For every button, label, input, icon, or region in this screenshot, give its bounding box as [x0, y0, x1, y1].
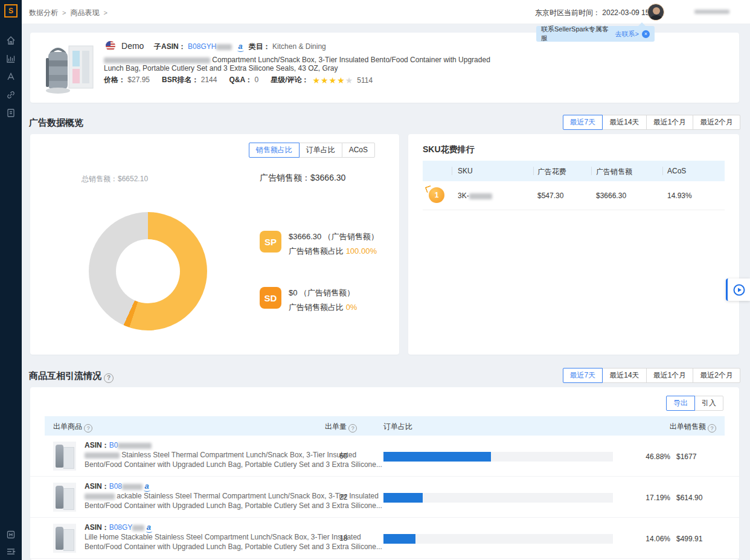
- notice-text: 联系SellerSpark专属客服: [541, 25, 612, 43]
- ref-filter-1m[interactable]: 最近1个月: [646, 368, 694, 383]
- topbar: 数据分析>商品表现> 东京时区当前时间： 2022-03-09 15:55: [22, 0, 750, 24]
- category-value: Kitchen & Dining: [272, 42, 326, 51]
- referral-row[interactable]: ASIN：B08GY a Lille Home Stackable Stainl…: [30, 518, 739, 559]
- referral-table-header: 出单商品 ? 出单量 ? 订单占比 出单销售额 ?: [45, 416, 725, 436]
- col-orders: 出单量 ?: [325, 422, 357, 433]
- star-icon: ★: [312, 76, 321, 85]
- sp-badge: SP: [260, 231, 281, 253]
- row-asin[interactable]: B0: [109, 441, 118, 449]
- filter-14d[interactable]: 最近14天: [602, 115, 646, 130]
- sd-badge: SD: [260, 287, 281, 309]
- ref-filter-14d[interactable]: 最近14天: [602, 368, 646, 383]
- row-orders: 60: [339, 452, 370, 460]
- help-icon[interactable]: ?: [104, 373, 114, 383]
- product-stats: 价格： $27.95 BSR排名： 2144 Q&A： 0 星级/评论： ★★★…: [104, 75, 373, 85]
- analytics-chart-icon[interactable]: [5, 53, 16, 64]
- home-icon[interactable]: [5, 35, 16, 46]
- asin-label: 子ASIN：: [154, 42, 186, 51]
- export-button[interactable]: 导出: [666, 396, 695, 411]
- support-notice: 联系SellerSpark专属客服 去联系> ×: [536, 26, 655, 42]
- row-share-pct: 14.06%: [625, 535, 670, 543]
- help-icon[interactable]: ?: [348, 424, 357, 433]
- sp-value: $3666.30: [289, 232, 321, 241]
- star-icon: ★: [329, 76, 338, 85]
- amazon-icon: a: [144, 482, 149, 492]
- collapse-menu-icon[interactable]: [5, 546, 16, 557]
- tab-acos[interactable]: ACoS: [342, 143, 375, 158]
- referral-row[interactable]: ASIN：B08 a ackable Stainless Steel Therm…: [30, 477, 739, 518]
- filter-1m[interactable]: 最近1个月: [646, 115, 694, 130]
- filter-2m[interactable]: 最近2个月: [693, 115, 740, 130]
- product-thumbnail: [53, 524, 76, 553]
- product-meta-line: Demo 子ASIN： B08GYH a 类目： Kitchen & Dinin…: [106, 41, 326, 52]
- link-icon[interactable]: [5, 89, 16, 100]
- row-desc1: Stainless Steel Thermal Compartment Lunc…: [121, 451, 356, 459]
- guide-icon[interactable]: [5, 529, 16, 540]
- asin-redacted: [216, 44, 232, 50]
- total-sales: 总销售额：$6652.10: [82, 174, 148, 184]
- tab-sales-ratio[interactable]: 销售额占比: [249, 143, 300, 158]
- ref-filter-2m[interactable]: 最近2个月: [693, 368, 740, 383]
- filter-7d[interactable]: 最近7天: [563, 115, 603, 130]
- breadcrumb-item-performance[interactable]: 商品表现: [70, 8, 99, 17]
- donut-chart[interactable]: [89, 212, 207, 330]
- ads-icon[interactable]: [5, 71, 16, 82]
- qa-label: Q&A：: [229, 76, 252, 84]
- ad-sales: 广告销售额：$3666.30: [260, 173, 345, 184]
- report-icon[interactable]: [5, 108, 16, 118]
- help-icon[interactable]: ?: [84, 424, 92, 433]
- star-icon: ★: [321, 76, 329, 85]
- play-circle-icon: [732, 283, 746, 297]
- marketplace-name: Demo: [121, 41, 144, 51]
- spend-value: $547.30: [537, 191, 563, 200]
- price-label: 价格：: [104, 76, 126, 84]
- row-sales: $499.91: [676, 535, 702, 543]
- legend-sd: SD $0 （广告销售额） 广告销售额占比 0%: [260, 287, 357, 313]
- col-sku: SKU: [458, 167, 473, 175]
- tab-order-ratio[interactable]: 订单占比: [299, 143, 342, 158]
- price-value: $27.95: [127, 76, 150, 84]
- referral-section-title: 商品互相引流情况 ?: [29, 370, 114, 383]
- row-asin[interactable]: B08: [109, 482, 122, 491]
- help-icon[interactable]: ?: [708, 424, 716, 433]
- order-share-bar: [383, 534, 613, 544]
- order-share-bar: [383, 452, 613, 462]
- product-title-line2: Lunch Bag, Portable Cutlery Set and 3 Ex…: [104, 64, 338, 72]
- import-button[interactable]: 引入: [694, 396, 723, 411]
- referral-table-card: 导出 引入 出单商品 ? 出单量 ? 订单占比 出单销售额 ? ASIN：B0 …: [30, 387, 739, 560]
- bsr-value: 2144: [201, 76, 217, 84]
- acos-value: 14.93%: [667, 191, 692, 200]
- username-redacted: [694, 10, 729, 14]
- sku-table-row[interactable]: 1 3K- $547.30 $3666.30 14.93%: [423, 181, 725, 210]
- avatar[interactable]: [647, 4, 664, 21]
- amazon-icon: a: [147, 523, 151, 533]
- row-asin[interactable]: B08GY: [109, 523, 133, 532]
- product-thumbnail: [53, 442, 76, 471]
- amazon-icon[interactable]: a: [238, 42, 242, 52]
- sales-ratio-card: 销售额占比 订单占比 ACoS 总销售额：$6652.10 广告销售额：$366…: [30, 134, 399, 355]
- col-spend: 广告花费: [537, 167, 566, 177]
- referral-row[interactable]: ASIN：B0 Stainless Steel Thermal Compartm…: [30, 436, 739, 477]
- order-share-bar: [383, 493, 613, 503]
- row-desc2: Bento/Food Container with Upgraded Lunch…: [85, 460, 382, 469]
- export-import-toggle: 导出 引入: [666, 396, 723, 411]
- product-thumbnail: [53, 483, 76, 512]
- col-order-share: 订单占比: [383, 422, 412, 432]
- app-logo[interactable]: S: [4, 4, 18, 18]
- video-helper-tab[interactable]: [726, 278, 750, 301]
- row-share-pct: 17.19%: [625, 494, 670, 502]
- sp-ratio: 100.00%: [346, 246, 377, 256]
- category-label: 类目：: [249, 42, 271, 51]
- col-sales: 出单销售额 ?: [670, 422, 716, 433]
- row-sales: $1677: [676, 452, 696, 461]
- ads-overview-title: 广告数据概览: [29, 117, 83, 129]
- review-count[interactable]: 5114: [357, 76, 373, 85]
- close-icon[interactable]: ×: [642, 30, 650, 38]
- contact-support-link[interactable]: 去联系>: [615, 30, 639, 39]
- asin-value[interactable]: B08GYH: [188, 42, 216, 51]
- breadcrumb-separator: >: [103, 9, 107, 16]
- ref-filter-7d[interactable]: 最近7天: [563, 368, 603, 383]
- breadcrumb-item-analytics[interactable]: 数据分析: [29, 8, 58, 17]
- row-sales: $614.90: [676, 494, 702, 502]
- row-orders: 22: [339, 493, 370, 501]
